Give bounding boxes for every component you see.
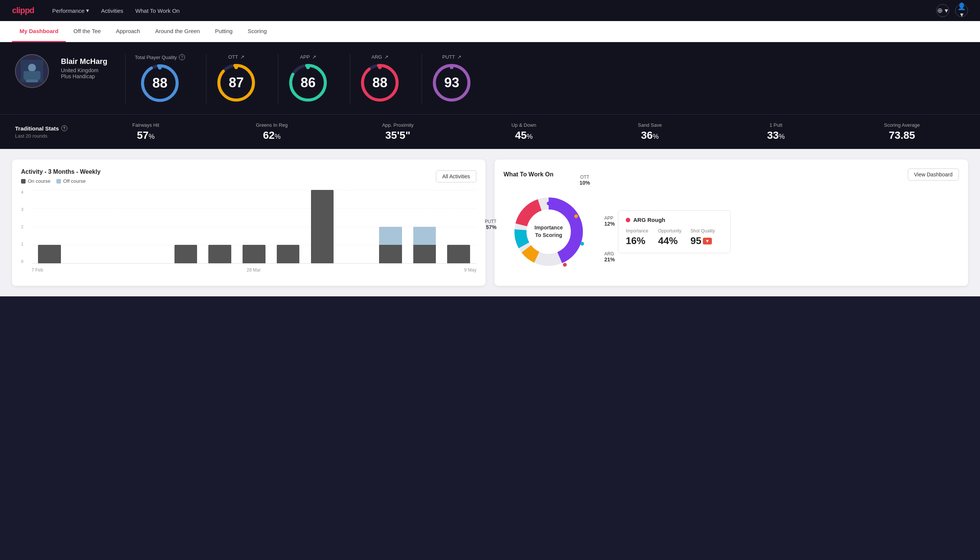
nav-right: ⊕ ▾ 👤 ▾ bbox=[937, 4, 968, 17]
tab-scoring[interactable]: Scoring bbox=[240, 21, 274, 42]
all-activities-button[interactable]: All Activities bbox=[436, 170, 476, 182]
player-handicap: Plus Handicap bbox=[61, 73, 107, 79]
bar-group-8 bbox=[272, 190, 304, 263]
putt-donut-label: PUTT 57% bbox=[485, 219, 496, 230]
pink-dot bbox=[626, 218, 630, 222]
tab-approach[interactable]: Approach bbox=[108, 21, 147, 42]
svg-point-6 bbox=[158, 66, 162, 70]
bar-on-1 bbox=[38, 245, 61, 263]
bar-on-7 bbox=[243, 245, 266, 263]
bar-group-2 bbox=[67, 190, 100, 263]
nav-activities[interactable]: Activities bbox=[101, 6, 123, 15]
arg-ring: 88 bbox=[359, 62, 401, 103]
bar-group-6 bbox=[203, 190, 236, 263]
stat-sand-save: Sand Save 36% bbox=[587, 122, 713, 142]
bar-on-9 bbox=[311, 190, 334, 263]
chart-body bbox=[32, 190, 476, 263]
svg-point-26 bbox=[580, 242, 584, 246]
bar-off-11 bbox=[379, 227, 402, 245]
stat-app-proximity: App. Proximity 35'5" bbox=[335, 122, 461, 142]
header-section: Blair McHarg United Kingdom Plus Handica… bbox=[0, 42, 980, 114]
user-button[interactable]: 👤 ▾ bbox=[955, 4, 968, 17]
ott-label: OTT ↗ bbox=[228, 54, 245, 60]
activity-card-title: Activity - 3 Months - Weekly bbox=[21, 168, 100, 175]
x-labels: 7 Feb 28 Mar 9 May bbox=[32, 267, 476, 273]
stat-greens-in-reg: Greens In Reg 62% bbox=[209, 122, 335, 142]
total-pq-section: Total Player Quality ? 88 bbox=[125, 54, 194, 104]
stats-help-icon[interactable]: ? bbox=[61, 125, 67, 131]
bar-group-11 bbox=[374, 190, 407, 263]
total-pq-label: Total Player Quality ? bbox=[135, 54, 185, 60]
putt-value: 93 bbox=[444, 75, 459, 91]
bar-on-13 bbox=[447, 245, 470, 263]
bar-on-5 bbox=[175, 245, 198, 263]
stat-scoring-average: Scoring Average 73.85 bbox=[839, 122, 965, 142]
work-content: ImportanceTo Scoring PUTT 57% OTT 10% AP… bbox=[504, 187, 959, 277]
shot-quality-badge: ▼ bbox=[703, 238, 712, 245]
svg-point-27 bbox=[563, 263, 567, 267]
svg-point-25 bbox=[574, 214, 578, 218]
svg-point-12 bbox=[306, 65, 310, 69]
avatar bbox=[15, 54, 49, 88]
bar-group-9 bbox=[306, 190, 339, 263]
putt-section: PUTT ↗ 93 bbox=[421, 54, 481, 103]
stats-row: Traditional Stats ? Last 20 rounds Fairw… bbox=[0, 114, 980, 149]
ott-value: 87 bbox=[229, 75, 244, 91]
bar-group-7 bbox=[238, 190, 270, 263]
off-course-dot bbox=[57, 179, 61, 183]
bar-group-1 bbox=[33, 190, 66, 263]
stats-subtitle: Last 20 rounds bbox=[15, 133, 83, 139]
bar-group-5 bbox=[170, 190, 202, 263]
putt-label: PUTT ↗ bbox=[442, 54, 461, 60]
arg-section: ARG ↗ 88 bbox=[350, 54, 409, 103]
tab-my-dashboard[interactable]: My Dashboard bbox=[12, 21, 66, 42]
bar-off-12 bbox=[413, 227, 436, 245]
bar-group-12 bbox=[408, 190, 441, 263]
bars-container bbox=[32, 190, 476, 263]
work-card: What To Work On View Dashboard bbox=[494, 160, 968, 286]
bar-on-8 bbox=[277, 245, 300, 263]
total-pq-value: 88 bbox=[152, 75, 167, 91]
x-label-mar: 28 Mar bbox=[247, 267, 261, 273]
arg-value: 88 bbox=[372, 75, 387, 91]
logo: clippd bbox=[12, 6, 34, 15]
nav-performance[interactable]: Performance ▾ bbox=[52, 6, 89, 15]
metric-opportunity: Opportunity 44% bbox=[658, 228, 690, 247]
add-button[interactable]: ⊕ ▾ bbox=[937, 4, 949, 17]
ott-donut-label: OTT 10% bbox=[579, 175, 590, 186]
player-info: Blair McHarg United Kingdom Plus Handica… bbox=[61, 54, 107, 79]
svg-point-15 bbox=[378, 65, 382, 69]
donut-center: ImportanceTo Scoring bbox=[534, 224, 562, 239]
tab-off-the-tee[interactable]: Off the Tee bbox=[66, 21, 108, 42]
player-country: United Kingdom bbox=[61, 67, 107, 73]
stats-title: Traditional Stats ? bbox=[15, 125, 83, 132]
bar-on-11 bbox=[379, 245, 402, 263]
svg-rect-3 bbox=[24, 71, 41, 80]
x-label-may: 9 May bbox=[464, 267, 476, 273]
info-card-title: ARG Rough bbox=[626, 217, 723, 223]
top-nav: clippd Performance ▾ Activities What To … bbox=[0, 0, 980, 21]
app-label: APP ↗ bbox=[300, 54, 316, 60]
x-label-feb: 7 Feb bbox=[32, 267, 43, 273]
bar-group-4 bbox=[135, 190, 168, 263]
app-ring: 86 bbox=[287, 62, 329, 103]
app-value: 86 bbox=[301, 75, 316, 91]
help-icon[interactable]: ? bbox=[179, 54, 185, 60]
view-dashboard-button[interactable]: View Dashboard bbox=[908, 168, 959, 180]
info-metrics: Importance 16% Opportunity 44% Shot Qual… bbox=[626, 228, 723, 247]
on-course-dot bbox=[21, 179, 26, 183]
tabs-bar: My Dashboard Off the Tee Approach Around… bbox=[0, 21, 980, 42]
tab-around-the-green[interactable]: Around the Green bbox=[147, 21, 207, 42]
bar-group-3 bbox=[101, 190, 134, 263]
bar-group-10 bbox=[340, 190, 373, 263]
svg-point-1 bbox=[28, 64, 36, 72]
app-section: APP ↗ 86 bbox=[278, 54, 338, 103]
stats-label-col: Traditional Stats ? Last 20 rounds bbox=[15, 125, 83, 139]
stat-fairways-hit: Fairways Hit 57% bbox=[83, 122, 209, 142]
tab-putting[interactable]: Putting bbox=[208, 21, 240, 42]
nav-what-to-work-on[interactable]: What To Work On bbox=[135, 6, 180, 15]
putt-ring: 93 bbox=[431, 62, 473, 103]
stat-up-and-down: Up & Down 45% bbox=[461, 122, 587, 142]
shot-quality-value: 95 bbox=[690, 235, 701, 247]
svg-point-9 bbox=[234, 65, 238, 69]
